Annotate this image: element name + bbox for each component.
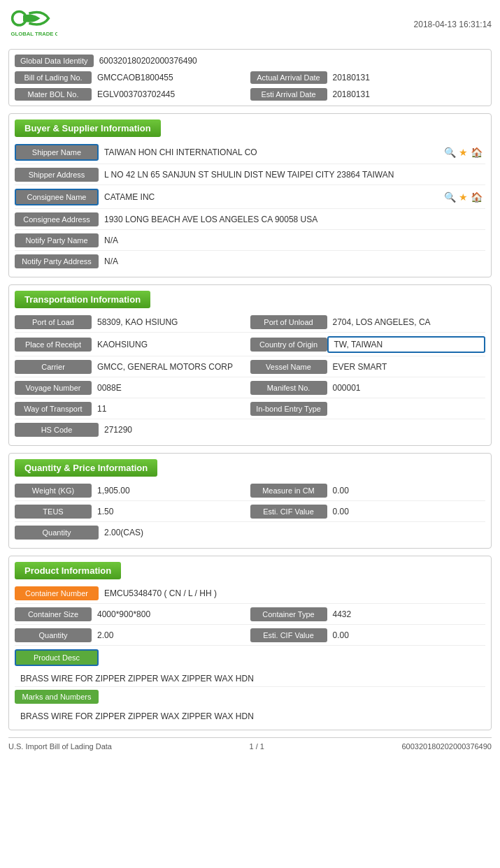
logo-icon: GLOBAL TRADE ONLINE LIMITED	[8, 7, 57, 42]
vessel-name-value: EVER SMART	[327, 360, 486, 374]
container-type-value: 4432	[327, 607, 486, 621]
hs-code-value: 271290	[99, 423, 485, 437]
shipper-address-label: Shipper Address	[15, 168, 99, 182]
notify-party-name-value: N/A	[99, 233, 485, 247]
footer-left: U.S. Import Bill of Lading Data	[8, 742, 112, 751]
container-number-value: EMCU5348470 ( CN / L / HH )	[99, 586, 485, 600]
svg-text:GLOBAL TRADE ONLINE LIMITED: GLOBAL TRADE ONLINE LIMITED	[11, 31, 58, 37]
carrier-label: Carrier	[15, 360, 92, 374]
marks-and-numbers-label: Marks and Numbers	[15, 690, 99, 704]
esti-arrival-date-value: 20180131	[327, 87, 376, 101]
consignee-address-label: Consignee Address	[15, 212, 99, 226]
consignee-address-row: Consignee Address 1930 LONG BEACH AVE LO…	[15, 212, 485, 230]
country-of-origin-value: TW, TAIWAN	[327, 336, 486, 353]
buyer-supplier-section: Buyer & Supplier Information Shipper Nam…	[8, 113, 492, 277]
teus-value: 1.50	[92, 505, 250, 519]
search-icon-2[interactable]: 🔍	[444, 191, 456, 203]
shipper-name-value: TAIWAN HON CHI INTERNATIONAL CO	[99, 145, 444, 159]
buyer-supplier-header: Buyer & Supplier Information	[15, 120, 161, 137]
in-bond-entry-type-label: In-bond Entry Type	[250, 402, 327, 416]
esti-cif-value: 0.00	[327, 505, 486, 519]
star-icon[interactable]: ★	[459, 147, 468, 158]
product-esti-cif-value: 0.00	[327, 628, 486, 642]
consignee-icons: 🔍 ★ 🏠	[444, 191, 485, 203]
weight-measure-row: Weight (KG) 1,905.00 Measure in CM 0.00	[15, 484, 485, 501]
container-number-row: Container Number EMCU5348470 ( CN / L / …	[15, 586, 485, 604]
star-icon-2[interactable]: ★	[459, 191, 468, 203]
footer-right: 600320180202000376490	[402, 742, 492, 751]
home-icon[interactable]: 🏠	[471, 147, 483, 158]
page-footer: U.S. Import Bill of Lading Data 1 / 1 60…	[8, 737, 492, 751]
bill-of-lading-label: Bill of Lading No.	[15, 71, 92, 84]
quantity-price-header: Quantity & Price Information	[15, 459, 157, 477]
logo-area: GLOBAL TRADE ONLINE LIMITED	[8, 7, 57, 42]
product-quantity-cif-row: Quantity 2.00 Esti. CIF Value 0.00	[15, 628, 485, 646]
esti-cif-label: Esti. CIF Value	[250, 505, 327, 519]
notify-party-name-label: Notify Party Name	[15, 233, 99, 247]
mater-bol-value: EGLV003703702445	[92, 87, 180, 101]
weight-value: 1,905.00	[92, 484, 250, 498]
receipt-origin-row: Place of Receipt KAOHSIUNG Country of Or…	[15, 336, 485, 356]
datetime: 2018-04-13 16:31:14	[414, 20, 492, 29]
search-icon[interactable]: 🔍	[444, 147, 456, 158]
quantity-row: Quantity 2.00(CAS)	[15, 526, 485, 542]
teus-left: TEUS 1.50	[15, 505, 250, 519]
bol-row: Bill of Lading No. GMCCAOB1800455 Actual…	[15, 71, 485, 85]
weight-left: Weight (KG) 1,905.00	[15, 484, 250, 498]
way-inbond-row: Way of Transport 11 In-bond Entry Type	[15, 402, 485, 419]
product-desc-label-row: Product Desc	[15, 649, 485, 667]
product-quantity-label: Quantity	[15, 628, 92, 642]
voyage-number-value: 0088E	[92, 381, 250, 395]
teus-label: TEUS	[15, 505, 92, 519]
marks-numbers-label-row: Marks and Numbers	[15, 690, 485, 705]
notify-party-name-row: Notify Party Name N/A	[15, 233, 485, 251]
container-size-label: Container Size	[15, 607, 92, 621]
carrier-vessel-row: Carrier GMCC, GENERAL MOTORS CORP Vessel…	[15, 360, 485, 377]
measure-right: Measure in CM 0.00	[250, 484, 486, 498]
notify-party-address-label: Notify Party Address	[15, 254, 99, 268]
quantity-value: 2.00(CAS)	[99, 526, 485, 540]
quantity-price-section: Quantity & Price Information Weight (KG)…	[8, 453, 492, 549]
teus-cif-row: TEUS 1.50 Esti. CIF Value 0.00	[15, 505, 485, 522]
way-left: Way of Transport 11	[15, 402, 250, 416]
in-bond-entry-type-value	[327, 407, 486, 411]
carrier-left: Carrier GMCC, GENERAL MOTORS CORP	[15, 360, 250, 374]
actual-arrival-date-label: Actual Arrival Date	[250, 71, 327, 84]
vessel-right: Vessel Name EVER SMART	[250, 360, 486, 374]
carrier-value: GMCC, GENERAL MOTORS CORP	[92, 360, 250, 374]
container-type-label: Container Type	[250, 607, 327, 621]
product-info-header: Product Information	[15, 562, 121, 579]
top-info-box: Global Data Identity 6003201802020003764…	[8, 49, 492, 106]
global-data-identity-label: Global Data Identity	[15, 55, 94, 67]
place-receipt-left: Place of Receipt KAOHSIUNG	[15, 338, 250, 352]
global-data-identity-row: Global Data Identity 6003201802020003764…	[15, 54, 485, 68]
manifest-no-label: Manifest No.	[250, 381, 327, 395]
notify-party-address-value: N/A	[99, 254, 485, 268]
port-of-load-value: 58309, KAO HSIUNG	[92, 315, 250, 329]
vessel-name-label: Vessel Name	[250, 360, 327, 374]
container-type-right: Container Type 4432	[250, 607, 486, 621]
bol-right: Actual Arrival Date 20180131	[250, 71, 486, 85]
port-unload-right: Port of Unload 2704, LOS ANGELES, CA	[250, 315, 486, 329]
footer-page-info: 1 / 1	[250, 742, 264, 751]
transportation-header: Transportation Information	[15, 291, 150, 308]
product-desc-label: Product Desc	[15, 649, 99, 666]
voyage-manifest-row: Voyage Number 0088E Manifest No. 000001	[15, 381, 485, 398]
transportation-body: Port of Load 58309, KAO HSIUNG Port of U…	[9, 312, 491, 445]
shipper-name-label: Shipper Name	[15, 144, 99, 161]
voyage-left: Voyage Number 0088E	[15, 381, 250, 395]
product-esti-cif-label: Esti. CIF Value	[250, 628, 327, 642]
place-of-receipt-value: KAOHSIUNG	[92, 338, 250, 352]
way-of-transport-label: Way of Transport	[15, 402, 92, 416]
quantity-label: Quantity	[15, 526, 99, 540]
manifest-right: Manifest No. 000001	[250, 381, 486, 395]
home-icon-2[interactable]: 🏠	[471, 191, 483, 203]
country-origin-right: Country of Origin TW, TAIWAN	[250, 336, 486, 353]
voyage-number-label: Voyage Number	[15, 381, 92, 395]
mater-bol-right: Esti Arrival Date 20180131	[250, 87, 486, 101]
shipper-address-row: Shipper Address L NO 42 LN 65 SANJUN ST …	[15, 168, 485, 185]
place-of-receipt-label: Place of Receipt	[15, 338, 92, 352]
shipper-name-row: Shipper Name TAIWAN HON CHI INTERNATIONA…	[15, 144, 485, 164]
port-of-load-label: Port of Load	[15, 315, 92, 329]
consignee-name-value: CATAME INC	[99, 190, 444, 204]
